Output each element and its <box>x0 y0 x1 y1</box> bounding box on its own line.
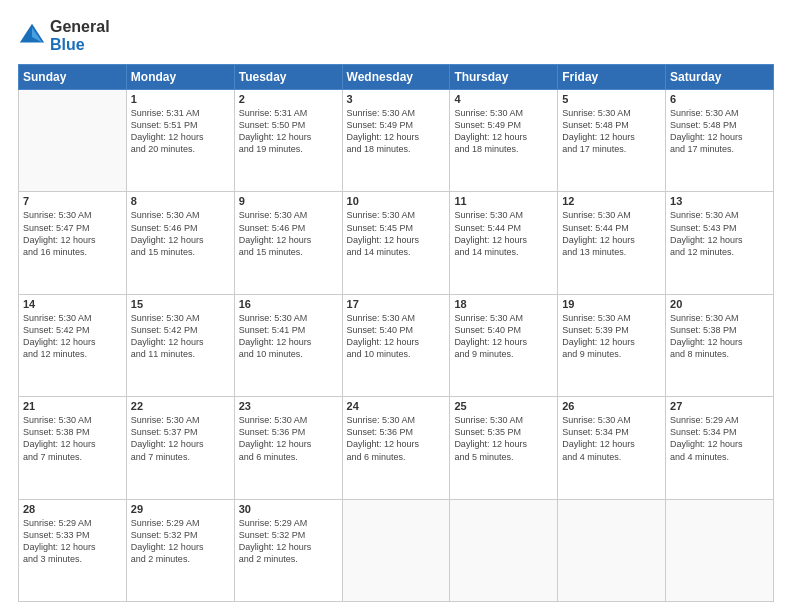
day-info: Sunrise: 5:29 AM Sunset: 5:34 PM Dayligh… <box>670 414 769 463</box>
day-info: Sunrise: 5:30 AM Sunset: 5:49 PM Dayligh… <box>347 107 446 156</box>
calendar-cell: 30Sunrise: 5:29 AM Sunset: 5:32 PM Dayli… <box>234 499 342 601</box>
day-number: 18 <box>454 298 553 310</box>
calendar-cell <box>342 499 450 601</box>
weekday-header-saturday: Saturday <box>666 65 774 90</box>
calendar-cell: 26Sunrise: 5:30 AM Sunset: 5:34 PM Dayli… <box>558 397 666 499</box>
calendar-cell: 8Sunrise: 5:30 AM Sunset: 5:46 PM Daylig… <box>126 192 234 294</box>
day-number: 9 <box>239 195 338 207</box>
weekday-header-sunday: Sunday <box>19 65 127 90</box>
calendar-cell: 2Sunrise: 5:31 AM Sunset: 5:50 PM Daylig… <box>234 90 342 192</box>
day-number: 13 <box>670 195 769 207</box>
logo-icon <box>18 22 46 50</box>
calendar-cell: 17Sunrise: 5:30 AM Sunset: 5:40 PM Dayli… <box>342 294 450 396</box>
day-number: 10 <box>347 195 446 207</box>
day-info: Sunrise: 5:30 AM Sunset: 5:38 PM Dayligh… <box>23 414 122 463</box>
day-number: 25 <box>454 400 553 412</box>
day-info: Sunrise: 5:30 AM Sunset: 5:36 PM Dayligh… <box>347 414 446 463</box>
day-info: Sunrise: 5:29 AM Sunset: 5:32 PM Dayligh… <box>131 517 230 566</box>
week-row-2: 14Sunrise: 5:30 AM Sunset: 5:42 PM Dayli… <box>19 294 774 396</box>
day-number: 14 <box>23 298 122 310</box>
calendar-cell: 25Sunrise: 5:30 AM Sunset: 5:35 PM Dayli… <box>450 397 558 499</box>
day-number: 30 <box>239 503 338 515</box>
day-number: 11 <box>454 195 553 207</box>
calendar-cell: 18Sunrise: 5:30 AM Sunset: 5:40 PM Dayli… <box>450 294 558 396</box>
calendar-cell: 10Sunrise: 5:30 AM Sunset: 5:45 PM Dayli… <box>342 192 450 294</box>
weekday-header-tuesday: Tuesday <box>234 65 342 90</box>
page: General Blue SundayMondayTuesdayWednesda… <box>0 0 792 612</box>
calendar-cell <box>19 90 127 192</box>
calendar-cell: 9Sunrise: 5:30 AM Sunset: 5:46 PM Daylig… <box>234 192 342 294</box>
day-info: Sunrise: 5:30 AM Sunset: 5:39 PM Dayligh… <box>562 312 661 361</box>
day-info: Sunrise: 5:30 AM Sunset: 5:43 PM Dayligh… <box>670 209 769 258</box>
header: General Blue <box>18 18 774 54</box>
calendar-cell: 7Sunrise: 5:30 AM Sunset: 5:47 PM Daylig… <box>19 192 127 294</box>
day-number: 16 <box>239 298 338 310</box>
calendar-cell: 13Sunrise: 5:30 AM Sunset: 5:43 PM Dayli… <box>666 192 774 294</box>
calendar-cell <box>450 499 558 601</box>
day-number: 19 <box>562 298 661 310</box>
calendar-cell: 24Sunrise: 5:30 AM Sunset: 5:36 PM Dayli… <box>342 397 450 499</box>
weekday-header-friday: Friday <box>558 65 666 90</box>
day-number: 12 <box>562 195 661 207</box>
day-info: Sunrise: 5:30 AM Sunset: 5:40 PM Dayligh… <box>454 312 553 361</box>
day-number: 15 <box>131 298 230 310</box>
week-row-3: 21Sunrise: 5:30 AM Sunset: 5:38 PM Dayli… <box>19 397 774 499</box>
day-number: 29 <box>131 503 230 515</box>
day-number: 20 <box>670 298 769 310</box>
day-info: Sunrise: 5:30 AM Sunset: 5:37 PM Dayligh… <box>131 414 230 463</box>
day-number: 3 <box>347 93 446 105</box>
logo-text: General Blue <box>50 18 110 54</box>
calendar-cell: 21Sunrise: 5:30 AM Sunset: 5:38 PM Dayli… <box>19 397 127 499</box>
calendar-table: SundayMondayTuesdayWednesdayThursdayFrid… <box>18 64 774 602</box>
day-info: Sunrise: 5:31 AM Sunset: 5:51 PM Dayligh… <box>131 107 230 156</box>
day-info: Sunrise: 5:31 AM Sunset: 5:50 PM Dayligh… <box>239 107 338 156</box>
calendar-cell: 5Sunrise: 5:30 AM Sunset: 5:48 PM Daylig… <box>558 90 666 192</box>
day-number: 6 <box>670 93 769 105</box>
day-info: Sunrise: 5:30 AM Sunset: 5:40 PM Dayligh… <box>347 312 446 361</box>
calendar-cell: 22Sunrise: 5:30 AM Sunset: 5:37 PM Dayli… <box>126 397 234 499</box>
day-info: Sunrise: 5:30 AM Sunset: 5:41 PM Dayligh… <box>239 312 338 361</box>
calendar-cell <box>666 499 774 601</box>
day-info: Sunrise: 5:30 AM Sunset: 5:48 PM Dayligh… <box>670 107 769 156</box>
day-info: Sunrise: 5:30 AM Sunset: 5:46 PM Dayligh… <box>131 209 230 258</box>
calendar-cell: 14Sunrise: 5:30 AM Sunset: 5:42 PM Dayli… <box>19 294 127 396</box>
day-number: 24 <box>347 400 446 412</box>
weekday-header-monday: Monday <box>126 65 234 90</box>
day-info: Sunrise: 5:30 AM Sunset: 5:48 PM Dayligh… <box>562 107 661 156</box>
day-number: 4 <box>454 93 553 105</box>
day-number: 23 <box>239 400 338 412</box>
weekday-header-row: SundayMondayTuesdayWednesdayThursdayFrid… <box>19 65 774 90</box>
day-info: Sunrise: 5:30 AM Sunset: 5:47 PM Dayligh… <box>23 209 122 258</box>
week-row-1: 7Sunrise: 5:30 AM Sunset: 5:47 PM Daylig… <box>19 192 774 294</box>
calendar-cell: 23Sunrise: 5:30 AM Sunset: 5:36 PM Dayli… <box>234 397 342 499</box>
day-number: 17 <box>347 298 446 310</box>
day-number: 7 <box>23 195 122 207</box>
day-number: 28 <box>23 503 122 515</box>
calendar-cell: 1Sunrise: 5:31 AM Sunset: 5:51 PM Daylig… <box>126 90 234 192</box>
day-info: Sunrise: 5:30 AM Sunset: 5:36 PM Dayligh… <box>239 414 338 463</box>
day-info: Sunrise: 5:29 AM Sunset: 5:33 PM Dayligh… <box>23 517 122 566</box>
calendar-cell: 11Sunrise: 5:30 AM Sunset: 5:44 PM Dayli… <box>450 192 558 294</box>
calendar-cell: 29Sunrise: 5:29 AM Sunset: 5:32 PM Dayli… <box>126 499 234 601</box>
calendar-cell: 3Sunrise: 5:30 AM Sunset: 5:49 PM Daylig… <box>342 90 450 192</box>
day-info: Sunrise: 5:30 AM Sunset: 5:42 PM Dayligh… <box>131 312 230 361</box>
day-info: Sunrise: 5:29 AM Sunset: 5:32 PM Dayligh… <box>239 517 338 566</box>
day-info: Sunrise: 5:30 AM Sunset: 5:34 PM Dayligh… <box>562 414 661 463</box>
weekday-header-wednesday: Wednesday <box>342 65 450 90</box>
day-info: Sunrise: 5:30 AM Sunset: 5:49 PM Dayligh… <box>454 107 553 156</box>
day-number: 8 <box>131 195 230 207</box>
calendar-cell: 20Sunrise: 5:30 AM Sunset: 5:38 PM Dayli… <box>666 294 774 396</box>
calendar-cell: 6Sunrise: 5:30 AM Sunset: 5:48 PM Daylig… <box>666 90 774 192</box>
calendar-cell: 19Sunrise: 5:30 AM Sunset: 5:39 PM Dayli… <box>558 294 666 396</box>
day-info: Sunrise: 5:30 AM Sunset: 5:44 PM Dayligh… <box>562 209 661 258</box>
day-number: 21 <box>23 400 122 412</box>
calendar-cell: 12Sunrise: 5:30 AM Sunset: 5:44 PM Dayli… <box>558 192 666 294</box>
day-number: 27 <box>670 400 769 412</box>
day-info: Sunrise: 5:30 AM Sunset: 5:44 PM Dayligh… <box>454 209 553 258</box>
calendar-cell: 16Sunrise: 5:30 AM Sunset: 5:41 PM Dayli… <box>234 294 342 396</box>
day-number: 22 <box>131 400 230 412</box>
week-row-0: 1Sunrise: 5:31 AM Sunset: 5:51 PM Daylig… <box>19 90 774 192</box>
day-info: Sunrise: 5:30 AM Sunset: 5:46 PM Dayligh… <box>239 209 338 258</box>
calendar-cell: 27Sunrise: 5:29 AM Sunset: 5:34 PM Dayli… <box>666 397 774 499</box>
day-number: 26 <box>562 400 661 412</box>
